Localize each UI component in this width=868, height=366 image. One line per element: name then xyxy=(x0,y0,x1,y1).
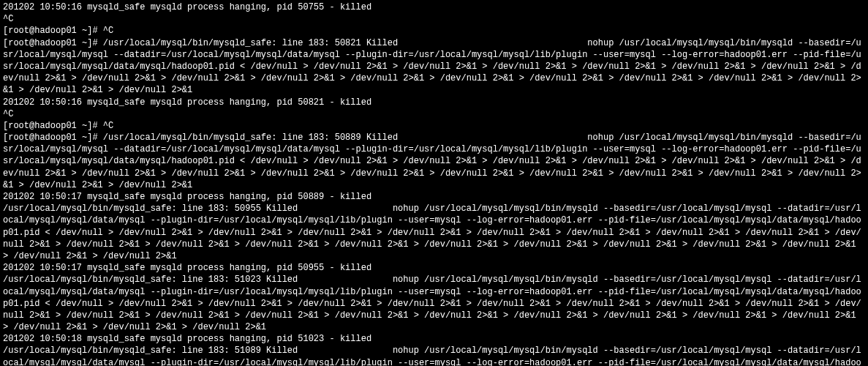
kill-line: /usr/local/mysql/bin/mysqld_safe: line 1… xyxy=(3,203,865,262)
hang-line: 201202 10:50:16 mysqld_safe mysqld proce… xyxy=(3,97,865,108)
kill-line: /usr/local/mysql/bin/mysqld_safe: line 1… xyxy=(3,274,865,333)
kill-line: [root@hadoop01 ~]# /usr/local/mysql/bin/… xyxy=(3,37,865,97)
prompt-line: [root@hadoop01 ~]# ^C xyxy=(3,25,865,37)
terminal-output: 201202 10:50:16 mysqld_safe mysqld proce… xyxy=(0,0,868,366)
hang-line: 201202 10:50:18 mysqld_safe mysqld proce… xyxy=(3,333,865,345)
hang-line: 201202 10:50:17 mysqld_safe mysqld proce… xyxy=(3,262,865,274)
hang-line: 201202 10:50:16 mysqld_safe mysqld proce… xyxy=(3,1,865,13)
kill-line: [root@hadoop01 ~]# /usr/local/mysql/bin/… xyxy=(3,132,865,191)
prompt-line: [root@hadoop01 ~]# ^C xyxy=(3,120,865,132)
ctrl-c-line: ^C xyxy=(3,108,865,120)
ctrl-c-line: ^C xyxy=(3,13,865,25)
kill-line: /usr/local/mysql/bin/mysqld_safe: line 1… xyxy=(3,345,865,366)
hang-line: 201202 10:50:17 mysqld_safe mysqld proce… xyxy=(3,191,865,203)
